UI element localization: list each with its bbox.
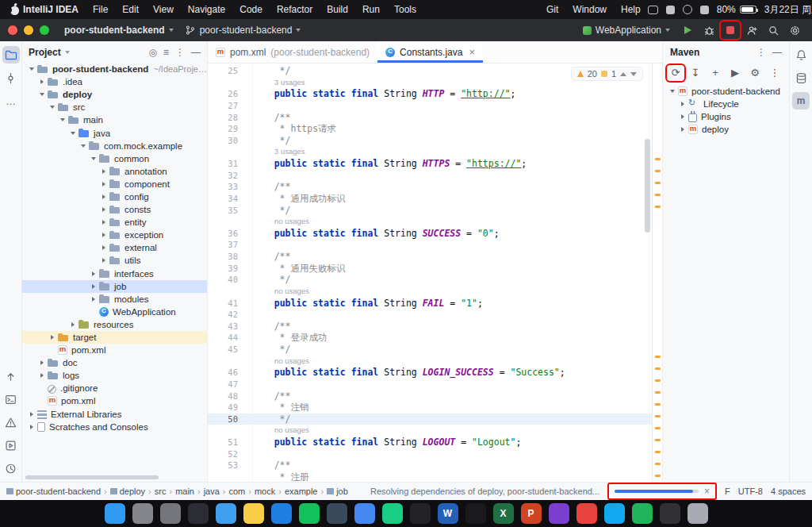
tree-item-main[interactable]: main bbox=[22, 113, 207, 126]
chevron-right-icon[interactable] bbox=[68, 322, 77, 327]
tree-item-webapplication[interactable]: WebApplication bbox=[22, 306, 207, 318]
maven-item-deploy[interactable]: deploy bbox=[663, 123, 789, 136]
dock-app-qq[interactable] bbox=[216, 503, 236, 524]
maven-item-lifecycle[interactable]: Lifecycle bbox=[663, 98, 789, 110]
tree-item-common[interactable]: common bbox=[22, 152, 207, 165]
profiler-toolwindow-button[interactable] bbox=[2, 460, 20, 477]
search-everywhere-button[interactable] bbox=[764, 21, 783, 39]
tree-item-external[interactable]: external bbox=[22, 241, 207, 254]
breadcrumb-java[interactable]: java bbox=[204, 487, 220, 496]
dock-app-pycharm[interactable] bbox=[382, 503, 403, 524]
chevron-right-icon[interactable] bbox=[89, 271, 98, 276]
chevron-right-icon[interactable] bbox=[99, 233, 108, 237]
notifications-button[interactable] bbox=[792, 46, 810, 63]
chevron-right-icon[interactable] bbox=[89, 284, 98, 289]
tree-item-idea[interactable]: .idea bbox=[22, 75, 207, 88]
tree-item-pom-xml[interactable]: pom.xml bbox=[22, 344, 207, 356]
tree-item-scratches-and-consoles[interactable]: Scratches and Consoles bbox=[22, 421, 207, 433]
commit-toolwindow-button[interactable] bbox=[2, 69, 20, 87]
chevron-down-icon[interactable] bbox=[79, 144, 87, 148]
chevron-right-icon[interactable] bbox=[678, 127, 687, 132]
dock-app-intellij-idea[interactable] bbox=[410, 503, 431, 524]
maven-options-button[interactable]: ⋮ bbox=[756, 47, 766, 58]
chevron-right-icon[interactable] bbox=[99, 220, 108, 225]
chevron-down-icon[interactable] bbox=[37, 93, 46, 96]
project-toolwindow-button[interactable] bbox=[2, 46, 20, 63]
breadcrumb-src[interactable]: src bbox=[155, 487, 167, 496]
tree-item-utils[interactable]: utils bbox=[22, 254, 207, 267]
chevron-right-icon[interactable] bbox=[99, 169, 108, 174]
close-window-button[interactable] bbox=[8, 25, 17, 35]
dock-app-finder[interactable] bbox=[105, 503, 125, 524]
menu-item-window[interactable]: Window bbox=[565, 4, 614, 15]
dock-app-music[interactable] bbox=[576, 503, 597, 524]
maven-settings-button[interactable]: ⚙ bbox=[746, 65, 764, 81]
error-stripe[interactable] bbox=[652, 63, 662, 482]
project-panel-title[interactable]: Project bbox=[29, 47, 61, 58]
dock-app-docs[interactable] bbox=[327, 503, 347, 524]
database-toolwindow-button[interactable] bbox=[792, 69, 810, 87]
tree-item-com-mock-example[interactable]: com.mock.example bbox=[22, 140, 207, 152]
chevron-right-icon[interactable] bbox=[99, 194, 108, 199]
menu-item-help[interactable]: Help bbox=[614, 4, 648, 15]
more-toolwindows-button[interactable]: … bbox=[2, 92, 20, 110]
next-problem-icon[interactable] bbox=[630, 72, 637, 76]
zoom-window-button[interactable] bbox=[40, 25, 49, 35]
tree-item-src[interactable]: src bbox=[22, 101, 207, 113]
inspections-widget[interactable]: 20 1 bbox=[571, 67, 643, 81]
tree-item-resources[interactable]: resources bbox=[22, 318, 207, 331]
dock-app-onenote[interactable] bbox=[549, 503, 569, 524]
horizontal-scrollbar[interactable] bbox=[25, 475, 159, 479]
run-button[interactable] bbox=[678, 21, 697, 39]
project-widget[interactable]: poor-student-backend bbox=[59, 22, 179, 38]
dock-app-trash[interactable] bbox=[688, 503, 708, 524]
dock-app-chrome[interactable] bbox=[354, 503, 375, 524]
tree-item-entity[interactable]: entity bbox=[22, 216, 207, 229]
dock-app-meeting[interactable] bbox=[632, 503, 653, 524]
code-with-me-button[interactable] bbox=[742, 21, 761, 39]
chevron-right-icon[interactable] bbox=[99, 207, 108, 212]
tree-item-interfaces[interactable]: interfaces bbox=[22, 267, 207, 280]
maven-more-button[interactable]: ⋮ bbox=[766, 65, 783, 81]
chevron-right-icon[interactable] bbox=[678, 102, 687, 106]
vcs-toolwindow-button[interactable] bbox=[2, 367, 20, 385]
menu-item-tools[interactable]: Tools bbox=[387, 4, 423, 15]
settings-button[interactable] bbox=[785, 21, 804, 39]
tree-item-doc[interactable]: doc bbox=[22, 356, 207, 369]
chevron-right-icon[interactable] bbox=[89, 297, 98, 302]
services-toolwindow-button[interactable] bbox=[2, 437, 20, 454]
editor-body[interactable]: 25 */3 usages26 public static final Stri… bbox=[208, 63, 662, 482]
dock-app-settings[interactable] bbox=[160, 503, 181, 524]
maven-item-plugins[interactable]: Plugins bbox=[663, 110, 789, 123]
cancel-progress-icon[interactable]: × bbox=[704, 487, 710, 496]
menu-item-run[interactable]: Run bbox=[355, 4, 387, 15]
minimize-window-button[interactable] bbox=[24, 25, 33, 35]
options-menu-button[interactable]: ⋮ bbox=[175, 47, 185, 58]
menu-item-refactor[interactable]: Refactor bbox=[270, 4, 320, 15]
close-tab-icon[interactable]: × bbox=[469, 46, 475, 58]
chevron-right-icon[interactable] bbox=[99, 245, 108, 250]
tree-item-component[interactable]: component bbox=[22, 178, 207, 190]
dock-app-app-store[interactable] bbox=[188, 503, 209, 524]
battery-indicator[interactable]: 80% bbox=[717, 4, 756, 15]
indent-indicator[interactable]: 4 spaces bbox=[771, 487, 806, 496]
chevron-down-icon[interactable] bbox=[89, 157, 98, 160]
problems-toolwindow-button[interactable] bbox=[2, 414, 20, 431]
editor-tab-constants-java[interactable]: Constants.java× bbox=[377, 41, 483, 63]
menu-item-code[interactable]: Code bbox=[232, 4, 270, 15]
breadcrumb-main[interactable]: main bbox=[175, 487, 194, 496]
tree-item-deploy[interactable]: deploy bbox=[22, 88, 207, 101]
menu-item-intellij-idea[interactable]: IntelliJ IDEA bbox=[16, 4, 86, 15]
menu-item-edit[interactable]: Edit bbox=[115, 4, 146, 15]
menu-item-file[interactable]: File bbox=[86, 4, 115, 15]
download-sources-button[interactable]: ↧ bbox=[687, 65, 704, 81]
dock-app-terminal[interactable] bbox=[465, 503, 486, 524]
camera-icon[interactable] bbox=[666, 6, 675, 14]
chevron-down-icon[interactable] bbox=[27, 67, 36, 71]
line-separator-indicator[interactable]: F bbox=[725, 487, 730, 496]
tree-item-poor-student-backend[interactable]: poor-student-backend~/IdeaProjects/poor.… bbox=[22, 63, 207, 75]
breadcrumb-job[interactable]: job bbox=[327, 487, 348, 496]
menubar-clock[interactable]: 3月22日 周五 21:26:28 bbox=[764, 3, 812, 17]
dock-app-mail[interactable] bbox=[271, 503, 292, 524]
dock-app-notes[interactable] bbox=[243, 503, 264, 524]
